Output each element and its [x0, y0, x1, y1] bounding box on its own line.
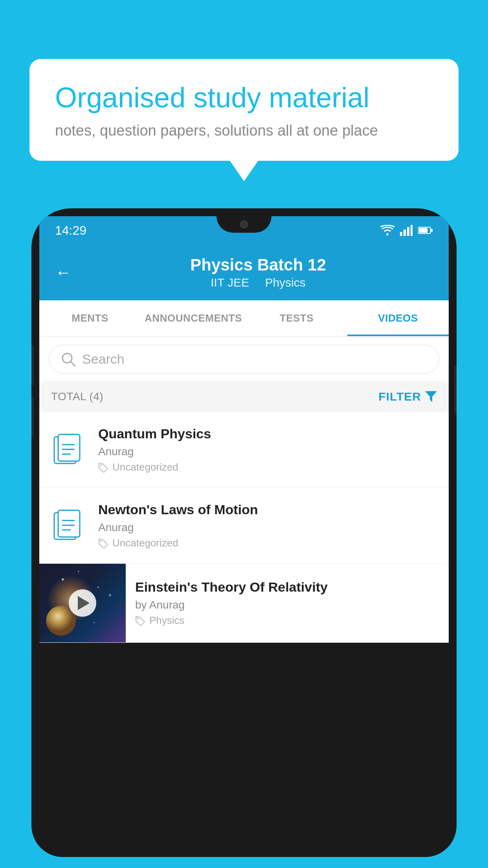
- power-button[interactable]: [454, 366, 457, 413]
- svg-rect-12: [58, 434, 80, 461]
- subtitle-iitjee: IIT JEE: [211, 276, 249, 289]
- item-title: Quantum Physics: [98, 426, 437, 441]
- tab-videos[interactable]: VIDEOS: [347, 300, 449, 336]
- svg-point-25: [97, 587, 99, 588]
- filter-icon: [425, 391, 437, 402]
- speech-bubble-card: Organised study material notes, question…: [29, 59, 459, 161]
- svg-point-23: [62, 578, 64, 581]
- svg-point-31: [137, 618, 139, 619]
- play-button[interactable]: [69, 589, 96, 617]
- search-container: Search: [39, 337, 449, 381]
- svg-marker-10: [425, 391, 437, 402]
- back-button[interactable]: ←: [55, 263, 72, 282]
- video-list: Quantum Physics Anurag Uncategorized: [39, 412, 449, 643]
- volume-up-button[interactable]: [31, 346, 34, 385]
- search-placeholder: Search: [82, 351, 125, 367]
- batch-title: Physics Batch 12: [83, 256, 433, 274]
- batch-subtitle: IIT JEE Physics: [83, 276, 433, 289]
- svg-rect-6: [419, 228, 427, 233]
- tag-icon: [98, 538, 108, 548]
- item-info: Quantum Physics Anurag Uncategorized: [98, 426, 437, 473]
- phone-mockup: 14:29: [31, 208, 457, 868]
- svg-point-22: [100, 540, 102, 542]
- item-title: Newton's Laws of Motion: [98, 502, 437, 517]
- speech-bubble-subtitle: notes, question papers, solutions all at…: [55, 122, 433, 139]
- file-icon: [51, 508, 86, 543]
- speech-bubble-title: Organised study material: [55, 81, 433, 114]
- svg-rect-7: [431, 229, 433, 232]
- header-title-block: Physics Batch 12 IIT JEE Physics: [83, 256, 433, 289]
- svg-line-9: [71, 362, 75, 366]
- item-title: Einstein's Theory Of Relativity: [135, 579, 439, 595]
- tag-label: Uncategorized: [112, 537, 178, 549]
- svg-rect-1: [400, 232, 402, 236]
- status-icons: [380, 225, 433, 236]
- svg-point-16: [100, 464, 102, 466]
- subtitle-physics: Physics: [265, 276, 305, 289]
- status-bar: 14:29: [39, 216, 449, 245]
- item-author: Anurag: [98, 521, 437, 534]
- video-thumbnail: [39, 564, 126, 642]
- item-tag: Physics: [135, 614, 439, 627]
- item-tag: Uncategorized: [98, 537, 437, 549]
- search-icon: [61, 352, 76, 367]
- tabs-bar: MENTS ANNOUNCEMENTS TESTS VIDEOS: [39, 300, 449, 337]
- camera: [240, 221, 248, 228]
- item-info: Newton's Laws of Motion Anurag Uncategor…: [98, 502, 437, 549]
- tag-label: Physics: [149, 614, 185, 627]
- tag-label: Uncategorized: [112, 461, 178, 473]
- tag-icon: [98, 462, 108, 473]
- list-item[interactable]: Newton's Laws of Motion Anurag Uncategor…: [39, 488, 449, 564]
- file-icon: [51, 432, 86, 467]
- svg-rect-18: [58, 510, 80, 537]
- battery-icon: [418, 226, 433, 234]
- search-bar[interactable]: Search: [49, 345, 439, 373]
- signal-icon: [400, 225, 413, 236]
- tab-tests[interactable]: TESTS: [246, 300, 347, 336]
- list-item[interactable]: Einstein's Theory Of Relativity by Anura…: [39, 564, 449, 643]
- tab-announcements[interactable]: ANNOUNCEMENTS: [141, 300, 246, 336]
- tab-ments[interactable]: MENTS: [39, 300, 141, 336]
- item-author: by Anurag: [135, 599, 439, 611]
- total-count: TOTAL (4): [51, 390, 103, 403]
- item-author: Anurag: [98, 445, 437, 458]
- item-tag: Uncategorized: [98, 461, 437, 473]
- notch: [216, 216, 272, 233]
- play-triangle-icon: [78, 596, 90, 610]
- app-header: ← Physics Batch 12 IIT JEE Physics: [39, 245, 449, 300]
- filter-row: TOTAL (4) FILTER: [39, 381, 449, 412]
- svg-rect-4: [411, 225, 413, 236]
- svg-point-24: [78, 571, 79, 572]
- svg-rect-3: [407, 227, 409, 236]
- volume-down-button[interactable]: [31, 397, 34, 436]
- status-time: 14:29: [55, 223, 86, 238]
- wifi-icon: [380, 225, 394, 236]
- svg-point-27: [109, 594, 111, 596]
- list-item[interactable]: Quantum Physics Anurag Uncategorized: [39, 412, 449, 488]
- filter-button[interactable]: FILTER: [378, 390, 437, 403]
- svg-point-29: [94, 622, 95, 623]
- item-info: Einstein's Theory Of Relativity by Anura…: [126, 568, 449, 638]
- filter-label: FILTER: [378, 390, 421, 403]
- svg-point-0: [387, 234, 389, 235]
- tag-icon: [135, 616, 145, 626]
- svg-rect-2: [404, 230, 406, 236]
